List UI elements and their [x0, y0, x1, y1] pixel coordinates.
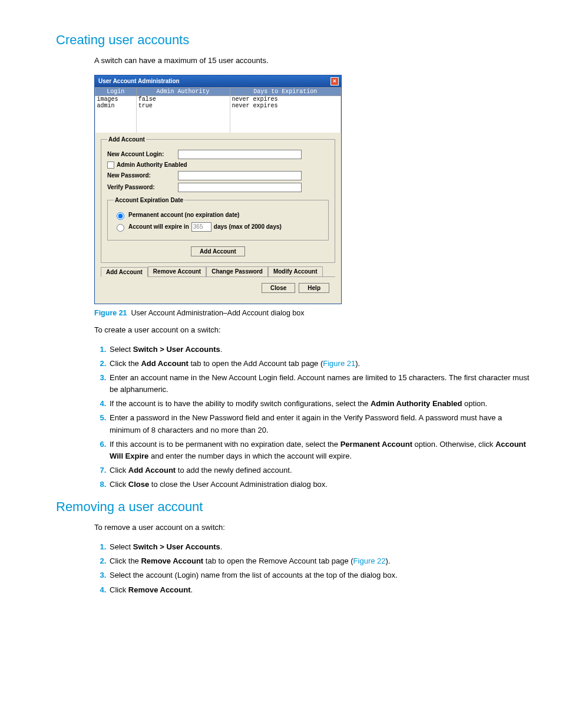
- tab-add-account[interactable]: Add Account: [101, 267, 148, 277]
- col-exp: Days to Expiration: [230, 87, 340, 95]
- days-input[interactable]: [191, 222, 211, 232]
- help-button[interactable]: Help: [299, 283, 329, 293]
- radio-permanent[interactable]: [117, 212, 124, 220]
- verify-password-input[interactable]: [178, 183, 302, 192]
- table-row[interactable]: admin true never expires: [95, 103, 341, 109]
- list-item: Click Close to close the User Account Ad…: [108, 479, 533, 490]
- create-intro: To create a user account on a switch:: [94, 325, 521, 336]
- dialog-title: User Account Administration: [98, 78, 180, 84]
- new-password-label: New Password:: [107, 172, 178, 179]
- figure-caption: Figure 21 User Account Administration–Ad…: [94, 309, 533, 317]
- tabs: Add Account Remove Account Change Passwo…: [101, 266, 335, 277]
- new-login-label: New Account Login:: [107, 151, 178, 157]
- list-item: Enter a password in the New Password fie…: [108, 412, 533, 436]
- expire-label: Account will expire in: [128, 223, 189, 230]
- accounts-table: Login Admin Authority Days to Expiration…: [95, 87, 341, 133]
- list-item: If the account is to have the ability to…: [108, 398, 533, 410]
- list-item: If this account is to be permanent with …: [108, 439, 533, 462]
- admin-authority-checkbox[interactable]: [107, 162, 114, 169]
- remove-steps: Select Switch > User Accounts. Click the…: [94, 541, 533, 596]
- col-login: Login: [95, 87, 137, 95]
- expiration-legend: Account Expiration Date: [114, 197, 184, 203]
- new-password-input[interactable]: [178, 171, 302, 180]
- admin-authority-label: Admin Authority Enabled: [117, 162, 187, 168]
- figure-22-link[interactable]: Figure 22: [353, 556, 386, 565]
- figure-21-link[interactable]: Figure 21: [323, 359, 355, 368]
- add-account-legend: Add Account: [107, 136, 146, 143]
- tab-remove-account[interactable]: Remove Account: [148, 266, 206, 276]
- close-button[interactable]: Close: [262, 283, 295, 293]
- list-item: Click Add Account to add the newly defin…: [108, 465, 533, 476]
- remove-intro: To remove a user account on a switch:: [94, 522, 521, 533]
- table-row[interactable]: images false never expires: [95, 95, 341, 103]
- list-item: Select the account (Login) name from the…: [108, 569, 533, 581]
- list-item: Click Remove Account.: [108, 584, 533, 596]
- permanent-label: Permanent account (no expiration date): [128, 212, 239, 218]
- col-auth: Admin Authority: [136, 87, 230, 95]
- new-login-input[interactable]: [178, 150, 302, 159]
- list-item: Click the Remove Account tab to open the…: [108, 555, 533, 567]
- expiration-fieldset: Account Expiration Date Permanent accoun…: [107, 197, 329, 241]
- list-item: Select Switch > User Accounts.: [108, 541, 533, 553]
- list-item: Click the Add Account tab to open the Ad…: [108, 358, 533, 370]
- add-account-fieldset: Add Account New Account Login: Admin Aut…: [101, 136, 335, 263]
- add-account-button[interactable]: Add Account: [191, 246, 245, 256]
- days-max-label: days (max of 2000 days): [214, 223, 282, 230]
- radio-expire[interactable]: [117, 224, 124, 232]
- create-steps: Select Switch > User Accounts. Click the…: [94, 344, 533, 491]
- list-item: Enter an account name in the New Account…: [108, 372, 533, 396]
- list-item: Select Switch > User Accounts.: [108, 344, 533, 355]
- tab-change-password[interactable]: Change Password: [206, 266, 268, 276]
- close-icon[interactable]: ×: [330, 77, 339, 85]
- intro-text: A switch can have a maximum of 15 user a…: [94, 55, 521, 67]
- tab-modify-account[interactable]: Modify Account: [268, 266, 323, 276]
- dialog-titlebar: User Account Administration ×: [95, 75, 341, 87]
- dialog-user-account-admin: User Account Administration × Login Admi…: [94, 75, 342, 304]
- verify-password-label: Verify Password:: [107, 184, 178, 190]
- section-heading-removing: Removing a user account: [56, 499, 533, 515]
- section-heading-creating: Creating user accounts: [56, 32, 533, 48]
